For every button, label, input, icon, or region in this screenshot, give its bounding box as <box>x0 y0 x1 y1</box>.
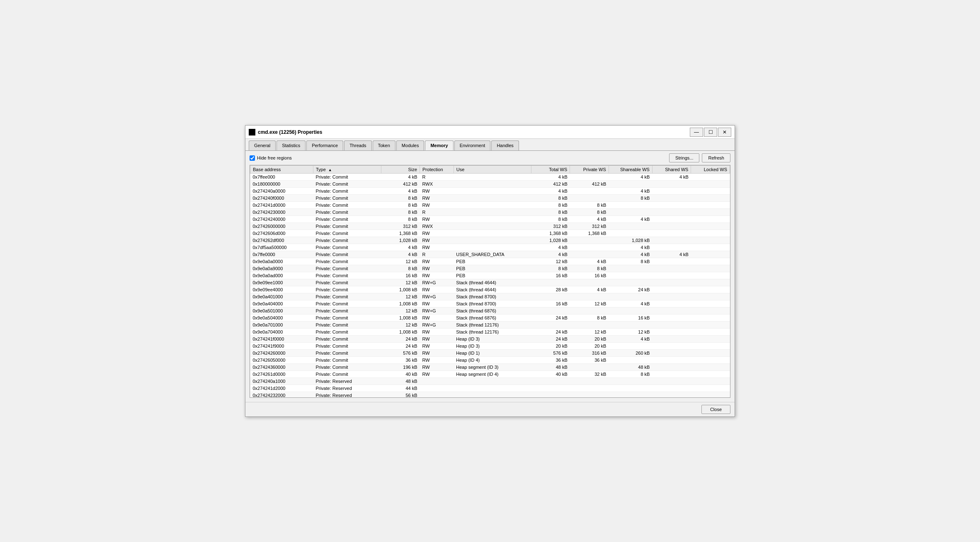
table-header-row: Base address Type ▲ Size Protection Use … <box>250 166 730 174</box>
table-row[interactable]: 0x9e0a0a9000Private: Commit8 kBRWPEB8 kB… <box>250 265 730 272</box>
refresh-button[interactable]: Refresh <box>702 153 730 162</box>
table-row[interactable]: 0x274241d2000Private: Reserved44 kB <box>250 385 730 392</box>
table-row[interactable]: 0x274241f9000Private: Commit24 kBRWHeap … <box>250 343 730 350</box>
table-row[interactable]: 0x27424230000Private: Commit8 kBR8 kB8 k… <box>250 209 730 216</box>
sort-arrow-type: ▲ <box>328 168 332 172</box>
main-window: cmd.exe (12256) Properties — ☐ ✕ General… <box>245 125 735 417</box>
table-row[interactable]: 0x9e0a401000Private: Commit12 kBRW+GStac… <box>250 293 730 300</box>
table-row[interactable]: 0x274262df000Private: Commit1,028 kBRW1,… <box>250 237 730 244</box>
table-row[interactable]: 0x2742606d000Private: Commit1,368 kBRW1,… <box>250 230 730 237</box>
table-row[interactable]: 0x274240a1000Private: Reserved48 kB <box>250 378 730 385</box>
title-bar-controls: — ☐ ✕ <box>690 128 731 137</box>
col-header-type[interactable]: Type ▲ <box>313 166 381 174</box>
table-row[interactable]: 0x9e0a704000Private: Commit1,008 kBRWSta… <box>250 329 730 336</box>
table-row[interactable]: 0x27424260000Private: Commit576 kBRWHeap… <box>250 350 730 357</box>
col-header-locked-ws: Locked WS <box>691 166 730 174</box>
tab-bar: General Statistics Performance Threads T… <box>245 139 735 151</box>
tab-performance[interactable]: Performance <box>306 140 343 150</box>
memory-table-container: Base address Type ▲ Size Protection Use … <box>250 165 730 398</box>
table-row[interactable]: 0x7ffee000Private: Commit4 kBR4 kB4 kB4 … <box>250 174 730 181</box>
table-row[interactable]: 0x27424232000Private: Reserved56 kB <box>250 392 730 398</box>
tab-handles[interactable]: Handles <box>491 140 519 150</box>
strings-button[interactable]: Strings... <box>669 153 699 162</box>
table-row[interactable]: 0x9e0a701000Private: Commit12 kBRW+GStac… <box>250 322 730 329</box>
table-row[interactable]: 0x27426000000Private: Commit312 kBRWX312… <box>250 223 730 230</box>
maximize-button[interactable]: ☐ <box>704 128 717 137</box>
hide-free-regions-checkbox[interactable]: Hide free regions <box>250 155 292 161</box>
table-body: 0x7ffee000Private: Commit4 kBR4 kB4 kB4 … <box>250 174 730 398</box>
title-bar: cmd.exe (12256) Properties — ☐ ✕ <box>245 126 735 139</box>
table-row[interactable]: 0x9e0a504000Private: Commit1,008 kBRWSta… <box>250 315 730 322</box>
table-row[interactable]: 0x274241f0000Private: Commit24 kBRWHeap … <box>250 336 730 343</box>
hide-free-regions-label: Hide free regions <box>257 155 292 160</box>
table-row[interactable]: 0x274261d0000Private: Commit40 kBRWHeap … <box>250 371 730 378</box>
tab-statistics[interactable]: Statistics <box>277 140 306 150</box>
table-row[interactable]: 0x274240a0000Private: Commit4 kBRW4 kB4 … <box>250 188 730 195</box>
table-row[interactable]: 0x27426050000Private: Commit36 kBRWHeap … <box>250 357 730 364</box>
col-header-shared-ws: Shared WS <box>652 166 691 174</box>
minimize-button[interactable]: — <box>690 128 703 137</box>
hide-free-regions-input[interactable] <box>250 155 255 161</box>
tab-memory[interactable]: Memory <box>425 140 453 150</box>
table-row[interactable]: 0x9e09ee1000Private: Commit12 kBRW+GStac… <box>250 279 730 286</box>
tab-general[interactable]: General <box>249 140 276 150</box>
table-row[interactable]: 0x27424240000Private: Commit8 kBRW8 kB4 … <box>250 216 730 223</box>
footer: Close <box>245 402 735 416</box>
table-row[interactable]: 0x9e0a404000Private: Commit1,008 kBRWSta… <box>250 300 730 307</box>
tab-modules[interactable]: Modules <box>396 140 425 150</box>
close-button[interactable]: ✕ <box>718 128 731 137</box>
tab-token[interactable]: Token <box>373 140 395 150</box>
table-row[interactable]: 0x9e0a501000Private: Commit12 kBRW+GStac… <box>250 307 730 315</box>
cmd-icon <box>249 129 255 136</box>
table-row[interactable]: 0x9e09ee4000Private: Commit1,008 kBRWSta… <box>250 286 730 293</box>
table-row[interactable]: 0x7ffe0000Private: Commit4 kBRUSER_SHARE… <box>250 251 730 258</box>
memory-table: Base address Type ▲ Size Protection Use … <box>250 165 730 397</box>
close-footer-button[interactable]: Close <box>701 405 730 414</box>
table-row[interactable]: 0x180000000Private: Commit412 kBRWX412 k… <box>250 181 730 188</box>
table-scroll[interactable]: Base address Type ▲ Size Protection Use … <box>250 165 730 397</box>
col-header-base-address[interactable]: Base address <box>250 166 313 174</box>
toolbar-right: Strings... Refresh <box>669 153 730 162</box>
toolbar-left: Hide free regions <box>250 155 292 161</box>
table-row[interactable]: 0x274241d0000Private: Commit8 kBRW8 kB8 … <box>250 202 730 209</box>
table-row[interactable]: 0x274240f0000Private: Commit8 kBRW8 kB8 … <box>250 195 730 202</box>
table-row[interactable]: 0x9e0a0ad000Private: Commit16 kBRWPEB16 … <box>250 272 730 279</box>
table-row[interactable]: 0x7df5aa500000Private: Commit4 kBRW4 kB4… <box>250 244 730 251</box>
tab-environment[interactable]: Environment <box>454 140 491 150</box>
toolbar: Hide free regions Strings... Refresh <box>245 151 735 165</box>
tab-threads[interactable]: Threads <box>344 140 371 150</box>
table-row[interactable]: 0x27424360000Private: Commit196 kBRWHeap… <box>250 364 730 371</box>
col-header-shareable-ws: Shareable WS <box>609 166 652 174</box>
col-header-size: Size <box>381 166 420 174</box>
table-row[interactable]: 0x9e0a0a0000Private: Commit12 kBRWPEB12 … <box>250 258 730 265</box>
window-title: cmd.exe (12256) Properties <box>258 129 322 135</box>
col-header-protection: Protection <box>420 166 454 174</box>
col-header-use: Use <box>454 166 531 174</box>
col-header-private-ws: Private WS <box>570 166 609 174</box>
col-header-total-ws: Total WS <box>531 166 570 174</box>
title-bar-left: cmd.exe (12256) Properties <box>249 129 322 136</box>
